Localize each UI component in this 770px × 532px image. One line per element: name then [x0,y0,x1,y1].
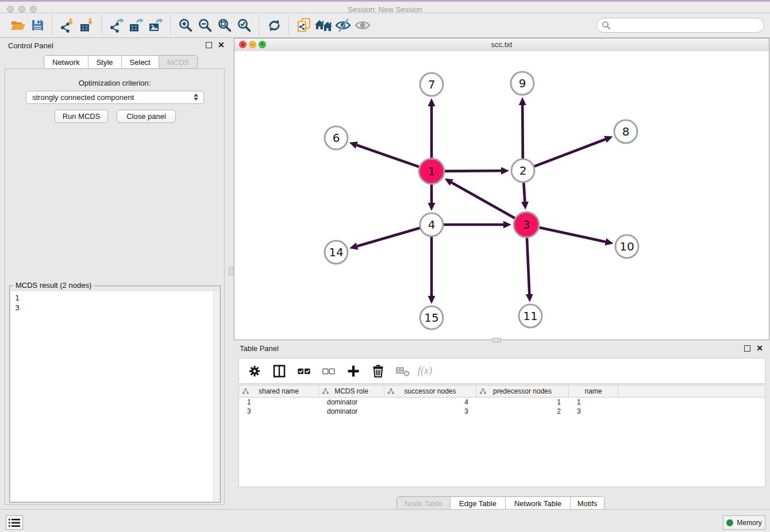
optimization-criterion-label: Optimization criterion: [5,79,225,87]
add-column-button[interactable] [346,364,361,379]
delete-column-button[interactable] [371,364,386,379]
tab-node-table[interactable]: Node Table [397,497,451,510]
graph-node-6[interactable]: 6 [325,126,348,149]
task-history-button[interactable] [6,515,23,530]
run-mcds-button[interactable]: Run MCDS [55,110,108,123]
graph-edge-2-9[interactable] [519,97,526,159]
zoom-out-button[interactable] [195,16,215,35]
graph-node-14[interactable]: 14 [325,241,348,264]
network-graph[interactable]: 7968124314101511 [234,51,769,340]
save-session-button[interactable] [28,16,47,35]
splitter-handle-horizontal[interactable] [492,338,501,342]
float-panel-icon[interactable] [206,42,212,48]
close-panel-button[interactable]: Close panel [117,110,176,123]
graph-node-11[interactable]: 11 [519,304,542,327]
toolbar-separator [101,16,102,35]
graph-node-4[interactable]: 4 [420,213,443,236]
graph-node-9[interactable]: 9 [511,72,534,95]
close-table-panel-icon[interactable]: ✕ [756,345,763,352]
graph-node-8[interactable]: 8 [614,120,637,143]
open-session-button[interactable] [8,16,28,35]
import-table-button[interactable] [77,16,97,35]
tab-network-table[interactable]: Network Table [506,497,571,510]
column-header-predecessor-nodes[interactable]: predecessor nodes [476,385,569,397]
graph-edge-2-3[interactable] [521,183,529,210]
graph-node-1[interactable]: 1 [419,159,444,184]
cell-shared-name[interactable]: 3 [239,407,319,416]
export-network-button[interactable] [107,16,126,35]
cell-name[interactable]: 1 [569,398,618,407]
graph-node-3[interactable]: 3 [514,212,539,237]
zoom-fit-button[interactable] [215,16,234,35]
export-image-button[interactable] [146,16,165,35]
search-input[interactable] [614,21,759,30]
refresh-view-button[interactable] [264,16,284,35]
column-header-shared-name[interactable]: shared name [239,385,319,397]
cell-shared-name[interactable]: 1 [239,398,319,407]
graph-edge-4-15[interactable] [428,237,436,304]
zoom-fit-icon [217,18,232,33]
hide-selected-button[interactable] [333,16,353,35]
result-scrollbar[interactable] [213,291,219,501]
search-box[interactable] [596,18,764,33]
graph-edge-1-6[interactable] [349,141,419,167]
graph-edge-1-2[interactable] [445,167,509,175]
table-panel-title: Table Panel [240,344,279,353]
tab-style[interactable]: Style [88,56,122,68]
tab-motifs[interactable]: Motifs [571,497,604,510]
cell-successor-nodes[interactable]: 4 [384,398,476,407]
optimization-criterion-select[interactable]: strongly connected component [26,91,204,104]
graph-node-2[interactable]: 2 [511,159,534,182]
cell-name[interactable]: 3 [569,407,618,416]
select-all-columns-button[interactable] [297,364,311,379]
graph-edge-1-4[interactable] [428,184,436,211]
column-header-successor-nodes[interactable]: successor nodes [384,385,476,397]
network-window-titlebar[interactable]: x–+ scc.txt [234,38,769,52]
clone-network-button[interactable] [294,16,314,35]
table-row[interactable]: 3dominator323 [239,407,765,416]
cell-predecessor-nodes[interactable]: 1 [476,398,569,407]
export-image-icon [148,18,164,33]
graph-edge-4-3[interactable] [444,221,511,229]
column-header-name[interactable]: name [569,385,618,397]
svg-text:3: 3 [523,218,530,232]
show-columns-button[interactable] [272,364,287,379]
tab-mcds[interactable]: MCDS [159,56,197,68]
graph-node-10[interactable]: 10 [615,235,638,258]
column-header-mcds-role[interactable]: MCDS role [319,385,384,397]
graph-edge-4-14[interactable] [349,228,420,250]
network-window-title: scc.txt [234,40,769,49]
cell-successor-nodes[interactable]: 3 [384,407,476,416]
unselect-all-columns-button[interactable] [321,364,336,379]
close-panel-icon[interactable]: ✕ [218,42,225,48]
hide-selected-icon [335,18,351,33]
zoom-in-button[interactable] [176,16,195,35]
float-table-panel-icon[interactable] [744,345,750,352]
graph-node-7[interactable]: 7 [420,73,443,96]
cell-mcds-role[interactable]: dominator [319,398,384,407]
cell-mcds-role[interactable]: dominator [319,407,384,416]
first-neighbors-button[interactable] [314,16,333,35]
tab-select[interactable]: Select [122,56,159,68]
graph-edge-3-1[interactable] [445,179,515,218]
tab-edge-table[interactable]: Edge Table [451,497,506,510]
export-table-button[interactable] [126,16,146,35]
search-icon [602,21,611,30]
cell-predecessor-nodes[interactable]: 2 [476,407,569,416]
mcds-result-area[interactable]: 13 [11,291,219,501]
table-row[interactable]: 1dominator411 [239,398,765,407]
open-session-icon [10,18,26,32]
toolbar-separator [259,16,260,35]
import-network-button[interactable] [57,16,77,35]
graph-edge-1-7[interactable] [428,98,436,158]
memory-button[interactable]: Memory [723,515,765,530]
graph-edge-3-10[interactable] [539,228,613,245]
table-settings-button[interactable] [247,364,262,379]
zoom-selected-button[interactable] [234,16,254,35]
graph-node-15[interactable]: 15 [420,306,443,329]
graph-edge-3-11[interactable] [526,238,533,302]
svg-text:9: 9 [519,76,526,90]
splitter-handle-vertical[interactable] [229,267,233,276]
tab-network[interactable]: Network [44,56,88,68]
graph-edge-2-8[interactable] [534,136,613,166]
